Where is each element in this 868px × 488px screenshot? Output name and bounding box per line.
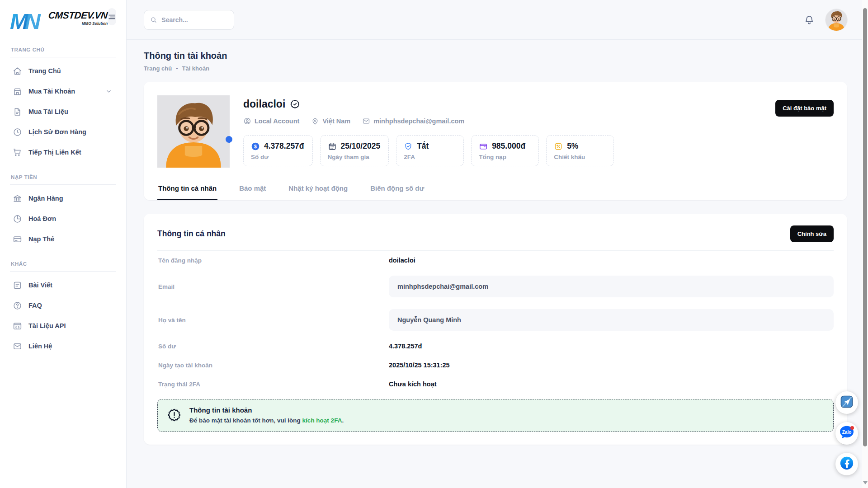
nav-section-label: NẠP TIỀN: [10, 174, 116, 180]
info-row-value: Chưa kích hoạt: [389, 380, 437, 388]
breadcrumb-item-trang-chu[interactable]: Trang chủ: [144, 65, 172, 72]
sidebar-item-nap-the[interactable]: Nạp Thẻ: [10, 229, 116, 249]
brand-logo-icon: M N: [10, 8, 47, 35]
notifications-bell-icon[interactable]: [804, 14, 815, 25]
notification-red-dot: [850, 426, 854, 430]
search-input[interactable]: [161, 16, 228, 23]
sidebar-item-tiep-thi-lien-ket[interactable]: Tiếp Thị Liên Kết: [10, 142, 116, 163]
meta-label: Việt Nam: [322, 117, 350, 125]
brand-logo[interactable]: M N CMSTDEV.VN MMO Solution: [10, 8, 108, 35]
mail-icon: [13, 342, 22, 351]
breadcrumb-separator: -: [176, 65, 178, 72]
telegram-icon: [838, 393, 856, 413]
info-row-ten-dang-nhap: Tên đăng nhậpdoilacloi: [157, 251, 834, 270]
document-icon: [13, 107, 22, 117]
sidebar-item-lich-su-don-hang[interactable]: Lịch Sử Đơn Hàng: [10, 122, 116, 142]
tab-bao-mat[interactable]: Bảo mật: [238, 178, 267, 200]
stat-label: Số dư: [251, 154, 304, 160]
pin-icon: [311, 117, 319, 125]
floating-social-stack: Zalo: [835, 391, 858, 475]
dollar-icon: $: [251, 142, 260, 151]
tab-thong-tin-ca-nhan[interactable]: Thông tin cá nhân: [157, 178, 217, 200]
sidebar-item-lien-he[interactable]: Liên Hệ: [10, 336, 116, 357]
stat-value: 5%: [567, 141, 578, 151]
profile-username: doilacloi: [243, 98, 285, 110]
app-root: M N CMSTDEV.VN MMO Solution TRANG CHỦTra…: [0, 0, 868, 488]
stat-value: Tắt: [417, 141, 429, 151]
sidebar-item-label: Trang Chủ: [28, 67, 61, 75]
facebook-float-button[interactable]: [835, 453, 858, 475]
bank-icon: [13, 194, 22, 203]
edit-button[interactable]: Chỉnh sửa: [790, 225, 834, 242]
sidebar-item-label: Mua Tài Khoản: [28, 88, 75, 95]
svg-text:Zalo: Zalo: [842, 430, 852, 435]
store-icon: [13, 87, 22, 96]
breadcrumb: Trang chủ-Tài khoản: [144, 65, 847, 72]
email-input[interactable]: [389, 276, 834, 297]
breadcrumb-item-tai-khoan[interactable]: Tài khoản: [182, 65, 209, 72]
percent-icon: [554, 142, 563, 151]
info-row-value: 2025/10/25 15:31:25: [389, 361, 450, 369]
account-notice: Thông tin tài khoản Để bảo mật tài khoản…: [157, 399, 834, 432]
hamburger-icon: [108, 13, 116, 21]
info-row-label: Tên đăng nhập: [157, 257, 389, 264]
sidebar-item-label: FAQ: [28, 302, 42, 309]
sidebar-item-ngan-hang[interactable]: Ngân Hàng: [10, 188, 116, 209]
ho-va-ten-input[interactable]: [389, 309, 834, 331]
profile-card: Cài đặt bảo mật doilacloi: [144, 82, 847, 200]
tab-bien-dong-so-du[interactable]: Biến động số dư: [369, 178, 425, 200]
user-avatar[interactable]: [826, 9, 847, 31]
sidebar-item-tai-lieu-api[interactable]: Tài Liệu API: [10, 316, 116, 336]
home-icon: [13, 66, 22, 76]
scrollbar-down-arrow[interactable]: [863, 481, 868, 484]
sidebar-item-label: Liên Hệ: [28, 343, 52, 350]
stat-value: 4.378.257đ: [264, 141, 304, 151]
telegram-float-button[interactable]: [835, 391, 858, 414]
info-row-label: Trạng thái 2FA: [157, 381, 389, 388]
stat-value: 985.000đ: [492, 141, 525, 151]
sidebar-item-trang-chu[interactable]: Trang Chủ: [10, 61, 116, 81]
stat-card-chiet-khau: 5%Chiết khấu: [546, 135, 614, 166]
info-row-ho-va-ten: Họ và tên: [157, 303, 834, 337]
sidebar-item-mua-tai-khoan[interactable]: Mua Tài Khoản: [10, 81, 116, 102]
tab-nhat-ky-hoat-dong[interactable]: Nhật ký hoạt động: [288, 178, 349, 200]
nav-section-label: TRANG CHỦ: [10, 47, 116, 52]
meta-label: Local Account: [255, 117, 299, 125]
sidebar-item-hoa-don[interactable]: Hoá Đơn: [10, 209, 116, 229]
nav-section-divider: [10, 184, 116, 185]
activate-2fa-link[interactable]: kích hoạt 2FA: [302, 417, 342, 424]
nav-section-divider: [10, 271, 116, 272]
verified-badge-icon: [290, 99, 300, 109]
online-status-dot: [226, 136, 232, 143]
notice-text-before: Để bảo mật tài khoản tốt hơn, vui lòng: [189, 417, 302, 424]
clock-icon: [13, 127, 22, 137]
security-settings-button[interactable]: Cài đặt bảo mật: [775, 100, 834, 117]
sidebar-item-label: Tiếp Thị Liên Kết: [28, 149, 81, 156]
zalo-float-button[interactable]: Zalo: [835, 422, 858, 445]
sidebar-item-label: Lịch Sử Đơn Hàng: [28, 128, 86, 136]
sidebar-item-label: Hoá Đơn: [28, 215, 56, 222]
page-content: Thông tin tài khoản Trang chủ-Tài khoản …: [127, 40, 868, 488]
notice-body: Thông tin tài khoản Để bảo mật tài khoản…: [189, 406, 344, 424]
scrollbar-track[interactable]: [862, 0, 868, 488]
stat-label: Ngày tham gia: [328, 154, 381, 160]
sidebar-item-bai-viet[interactable]: Bài Viết: [10, 275, 116, 296]
info-row-label: Họ và tên: [157, 317, 389, 324]
brand-logo-text-wrap: CMSTDEV.VN MMO Solution: [48, 10, 108, 26]
stat-label: Tổng nạp: [479, 154, 530, 160]
personal-info-title: Thông tin cá nhân: [157, 229, 226, 239]
stat-value-row: 5%: [554, 141, 605, 151]
calendar-icon: [328, 142, 337, 151]
sidebar-item-mua-tai-lieu[interactable]: Mua Tài Liệu: [10, 102, 116, 122]
notice-text: Để bảo mật tài khoản tốt hơn, vui lòng k…: [189, 417, 344, 424]
profile-name-row: doilacloi: [243, 98, 834, 110]
topbar-right: [804, 9, 847, 31]
brand-tagline: MMO Solution: [82, 21, 108, 26]
profile-top: doilacloi Local AccountViệt Namminhphsde…: [157, 95, 834, 168]
scrollbar-thumb[interactable]: [863, 8, 867, 446]
sidebar-item-faq[interactable]: FAQ: [10, 296, 116, 316]
info-row-so-du: Số dư4.378.257đ: [157, 337, 834, 356]
page-title: Thông tin tài khoản: [144, 51, 847, 61]
sidebar-toggle-button[interactable]: [108, 8, 116, 25]
stat-value-row: 985.000đ: [479, 141, 530, 151]
